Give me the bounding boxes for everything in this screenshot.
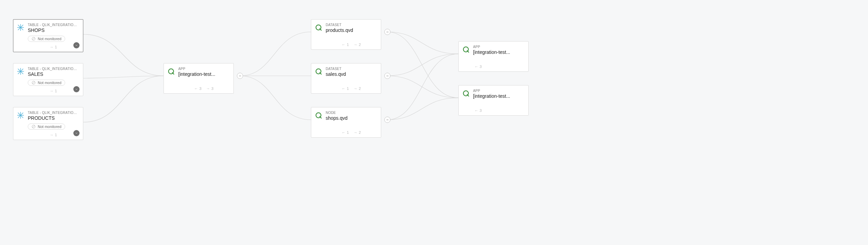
incoming-count: ← 1 (341, 86, 349, 91)
node-stats: ← 1 → 2 (326, 43, 377, 47)
expand-toggle[interactable] (73, 86, 80, 92)
outgoing-count: → 1 (50, 89, 57, 93)
node-dataset-sales[interactable]: DATASET sales.qvd ← 1 → 2 (311, 63, 381, 94)
outgoing-count: → 1 (50, 133, 57, 137)
node-kind: DATASET (326, 67, 377, 71)
qlik-icon (462, 90, 470, 97)
svg-line-5 (33, 38, 35, 40)
qlik-icon (315, 68, 322, 75)
node-stats: ← 3 (473, 65, 524, 69)
qlik-icon (462, 46, 470, 53)
outgoing-count: → 2 (354, 43, 361, 47)
chevron-down-icon (75, 44, 78, 47)
lineage-edges (0, 0, 868, 245)
svg-line-29 (467, 95, 469, 96)
node-stats: ← 3 → 3 (178, 86, 229, 91)
node-title: [integration-test... (473, 49, 524, 55)
badge-label: Not monitored (38, 125, 61, 129)
qlik-icon (315, 112, 322, 119)
chevron-down-icon (75, 131, 78, 135)
qlik-icon (167, 68, 175, 75)
snowflake-icon (17, 68, 24, 75)
node-kind: TABLE - QLIK_INTEGRATION_TES... (28, 67, 79, 71)
not-monitored-badge: Not monitored (28, 124, 65, 130)
node-kind: APP (473, 89, 524, 93)
node-title: shops.qvd (326, 115, 377, 121)
incoming-count: ← 1 (341, 43, 349, 47)
node-stats: ← 1 → 2 (326, 86, 377, 91)
node-stats: → 1 (28, 45, 79, 49)
incoming-count: ← 3 (194, 86, 201, 91)
not-monitored-badge: Not monitored (28, 36, 65, 42)
expand-toggle[interactable] (73, 130, 80, 136)
collapse-port[interactable]: − (384, 29, 390, 35)
expand-toggle[interactable] (73, 42, 80, 48)
svg-line-17 (33, 126, 35, 128)
svg-line-23 (320, 73, 322, 74)
node-stats: ← 3 (473, 108, 524, 113)
node-stats: → 1 (28, 133, 79, 137)
svg-line-19 (172, 73, 174, 74)
node-kind: TABLE - QLIK_INTEGRATION_TES... (28, 23, 79, 27)
outgoing-count: → 3 (206, 86, 214, 91)
qlik-icon (315, 24, 322, 31)
node-table-shops[interactable]: TABLE - QLIK_INTEGRATION_TES... SHOPS No… (13, 19, 83, 52)
node-title: SALES (28, 71, 79, 77)
node-title: [integration-test... (473, 93, 524, 99)
svg-line-21 (320, 29, 322, 31)
node-kind: APP (178, 67, 229, 71)
chevron-down-icon (75, 88, 78, 91)
node-title: SHOPS (28, 27, 79, 33)
node-app-mid[interactable]: APP [integration-test... ← 3 → 3 (164, 63, 234, 94)
collapse-port[interactable]: − (384, 73, 390, 79)
collapse-port[interactable]: − (384, 117, 390, 123)
snowflake-icon (17, 24, 24, 31)
incoming-count: ← 3 (474, 65, 482, 69)
node-kind: TABLE - QLIK_INTEGRATION_TES... (28, 111, 79, 115)
node-title: sales.qvd (326, 71, 377, 77)
snowflake-icon (17, 112, 24, 119)
collapse-port[interactable]: − (237, 73, 243, 79)
node-stats: ← 1 → 2 (326, 130, 377, 135)
node-app-bottom[interactable]: APP [integration-test... ← 3 (458, 85, 529, 116)
node-dataset-products[interactable]: DATASET products.qvd ← 1 → 2 (311, 19, 381, 50)
not-monitored-icon (32, 81, 36, 85)
node-stats: → 1 (28, 89, 79, 93)
node-title: PRODUCTS (28, 115, 79, 121)
node-title: products.qvd (326, 27, 377, 33)
not-monitored-icon (32, 37, 36, 41)
node-kind: NODE (326, 111, 377, 115)
outgoing-count: → 2 (354, 130, 361, 135)
svg-line-27 (467, 51, 469, 52)
not-monitored-badge: Not monitored (28, 80, 65, 86)
node-table-sales[interactable]: TABLE - QLIK_INTEGRATION_TES... SALES No… (13, 63, 83, 96)
node-table-products[interactable]: TABLE - QLIK_INTEGRATION_TES... PRODUCTS… (13, 107, 83, 140)
badge-label: Not monitored (38, 81, 61, 85)
not-monitored-icon (32, 125, 36, 129)
outgoing-count: → 1 (50, 45, 57, 49)
svg-line-11 (33, 82, 35, 84)
node-kind: APP (473, 45, 524, 49)
badge-label: Not monitored (38, 37, 61, 41)
outgoing-count: → 2 (354, 86, 361, 91)
svg-line-25 (320, 117, 322, 118)
node-title: [integration-test... (178, 71, 229, 77)
node-dataset-shops[interactable]: NODE shops.qvd ← 1 → 2 (311, 107, 381, 138)
incoming-count: ← 3 (474, 108, 482, 113)
node-kind: DATASET (326, 23, 377, 27)
incoming-count: ← 1 (341, 130, 349, 135)
node-app-top[interactable]: APP [integration-test... ← 3 (458, 41, 529, 72)
